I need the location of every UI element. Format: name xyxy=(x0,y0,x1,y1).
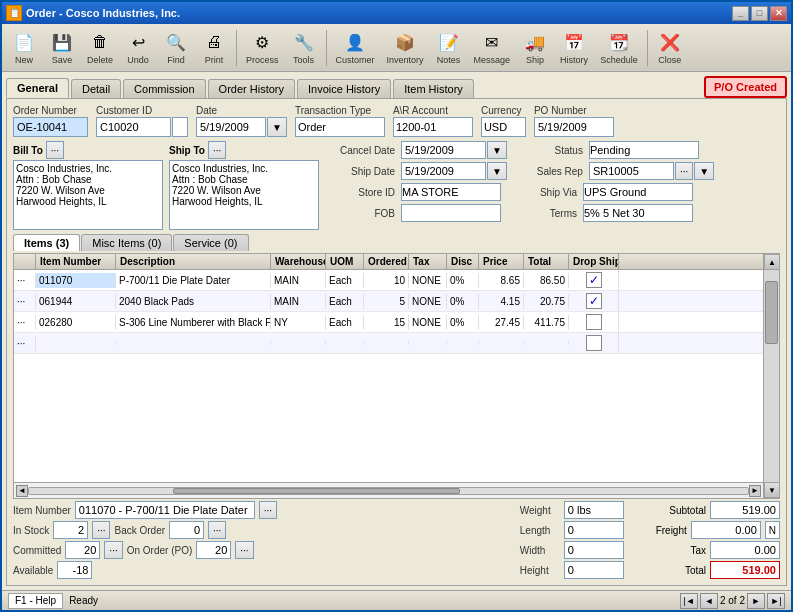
close-button[interactable]: ❌ Close xyxy=(652,27,688,68)
subtab-service[interactable]: Service (0) xyxy=(173,234,248,251)
hscroll-thumb[interactable] xyxy=(173,488,461,494)
subtotal-value[interactable] xyxy=(710,501,780,519)
on-order-btn[interactable]: ··· xyxy=(235,541,253,559)
hscroll-left[interactable]: ◄ xyxy=(16,485,28,497)
transaction-type-select[interactable]: Order xyxy=(295,117,385,137)
vscroll-up[interactable]: ▲ xyxy=(764,254,780,270)
on-order-input[interactable] xyxy=(196,541,231,559)
tax-value[interactable] xyxy=(710,541,780,559)
tab-item-history[interactable]: Item History xyxy=(393,79,474,98)
store-id-select[interactable]: MA STORE xyxy=(401,183,501,201)
nav-last-button[interactable]: ►| xyxy=(767,593,785,609)
ship-date-picker[interactable]: ▼ xyxy=(487,162,507,180)
bill-to-address[interactable]: Cosco Industries, Inc. Attn : Bob Chase … xyxy=(13,160,163,230)
nav-next-button[interactable]: ► xyxy=(747,593,765,609)
sales-rep-input[interactable] xyxy=(589,162,674,180)
save-label: Save xyxy=(52,55,73,65)
subtab-misc[interactable]: Misc Items (0) xyxy=(81,234,172,251)
history-button[interactable]: 📅 History xyxy=(555,27,593,68)
subtab-items[interactable]: Items (3) xyxy=(13,234,80,251)
process-button[interactable]: ⚙ Process xyxy=(241,27,284,68)
po-number-input[interactable] xyxy=(534,117,614,137)
order-number-input[interactable] xyxy=(13,117,88,137)
ar-account-select[interactable]: 1200-01 xyxy=(393,117,473,137)
date-input[interactable] xyxy=(196,117,266,137)
bill-to-button[interactable]: ··· xyxy=(46,141,64,159)
row1-btn[interactable]: ··· xyxy=(14,273,36,288)
tab-detail[interactable]: Detail xyxy=(71,79,121,98)
committed-input[interactable] xyxy=(65,541,100,559)
weight-input[interactable] xyxy=(564,501,624,519)
item-number-input[interactable] xyxy=(75,501,255,519)
row1-drop-check[interactable]: ✓ xyxy=(586,272,602,288)
vscroll-track[interactable] xyxy=(764,270,779,482)
row4-btn[interactable]: ··· xyxy=(14,336,36,351)
undo-button[interactable]: ↩ Undo xyxy=(120,27,156,68)
tab-commission[interactable]: Commission xyxy=(123,79,206,98)
save-button[interactable]: 💾 Save xyxy=(44,27,80,68)
new-button[interactable]: 📄 New xyxy=(6,27,42,68)
customer-id-select[interactable] xyxy=(172,117,188,137)
ship-button[interactable]: 🚚 Ship xyxy=(517,27,553,68)
total-value[interactable] xyxy=(710,561,780,579)
row3-drop-check[interactable] xyxy=(586,314,602,330)
terms-select[interactable]: 5% 5 Net 30 xyxy=(583,204,693,222)
sales-rep-picker[interactable]: ··· xyxy=(675,162,693,180)
vscroll-down[interactable]: ▼ xyxy=(764,482,780,498)
tab-general[interactable]: General xyxy=(6,78,69,98)
row2-drop-check[interactable]: ✓ xyxy=(586,293,602,309)
tab-invoice-history[interactable]: Invoice History xyxy=(297,79,391,98)
delete-button[interactable]: 🗑 Delete xyxy=(82,27,118,68)
ship-date-input[interactable] xyxy=(401,162,486,180)
vscroll-thumb[interactable] xyxy=(765,281,778,345)
width-input[interactable] xyxy=(564,541,624,559)
horizontal-scrollbar[interactable]: ◄ ► xyxy=(14,482,763,498)
length-input[interactable] xyxy=(564,521,624,539)
back-order-btn[interactable]: ··· xyxy=(208,521,226,539)
available-input[interactable] xyxy=(57,561,92,579)
date-picker-button[interactable]: ▼ xyxy=(267,117,287,137)
notes-button[interactable]: 📝 Notes xyxy=(431,27,467,68)
message-button[interactable]: ✉ Message xyxy=(469,27,516,68)
minimize-button[interactable]: _ xyxy=(732,6,749,21)
sales-rep-dropdown[interactable]: ▼ xyxy=(694,162,714,180)
row4-item[interactable] xyxy=(36,341,116,345)
currency-select[interactable]: USD xyxy=(481,117,526,137)
hscroll-right[interactable]: ► xyxy=(749,485,761,497)
schedule-button[interactable]: 📆 Schedule xyxy=(595,27,643,68)
ship-via-select[interactable]: UPS Ground xyxy=(583,183,693,201)
maximize-button[interactable]: □ xyxy=(751,6,768,21)
row2-btn[interactable]: ··· xyxy=(14,294,36,309)
customer-id-input[interactable] xyxy=(96,117,171,137)
inventory-button[interactable]: 📦 Inventory xyxy=(382,27,429,68)
close-window-button[interactable]: ✕ xyxy=(770,6,787,21)
tab-order-history[interactable]: Order History xyxy=(208,79,295,98)
nav-first-button[interactable]: |◄ xyxy=(680,593,698,609)
hscroll-track[interactable] xyxy=(28,487,749,495)
status-select[interactable]: Pending xyxy=(589,141,699,159)
find-button[interactable]: 🔍 Find xyxy=(158,27,194,68)
committed-btn[interactable]: ··· xyxy=(104,541,122,559)
height-input[interactable] xyxy=(564,561,624,579)
nav-prev-button[interactable]: ◄ xyxy=(700,593,718,609)
grid-row-3: ··· 026280 S-306 Line Numberer with Blac… xyxy=(14,312,763,333)
freight-value[interactable] xyxy=(691,521,761,539)
fob-input[interactable] xyxy=(401,204,501,222)
vertical-scrollbar[interactable]: ▲ ▼ xyxy=(763,254,779,498)
row2-item[interactable]: 061944 xyxy=(36,294,116,309)
row3-item[interactable]: 026280 xyxy=(36,315,116,330)
item-number-btn[interactable]: ··· xyxy=(259,501,277,519)
row3-btn[interactable]: ··· xyxy=(14,315,36,330)
ship-to-address[interactable]: Cosco Industries, Inc. Attn : Bob Chase … xyxy=(169,160,319,230)
back-order-input[interactable] xyxy=(169,521,204,539)
ship-to-button[interactable]: ··· xyxy=(208,141,226,159)
tools-button[interactable]: 🔧 Tools xyxy=(286,27,322,68)
in-stock-btn[interactable]: ··· xyxy=(92,521,110,539)
cancel-date-input[interactable] xyxy=(401,141,486,159)
customer-button[interactable]: 👤 Customer xyxy=(331,27,380,68)
in-stock-input[interactable] xyxy=(53,521,88,539)
print-button[interactable]: 🖨 Print xyxy=(196,27,232,68)
cancel-date-picker[interactable]: ▼ xyxy=(487,141,507,159)
row1-item[interactable]: 011070 xyxy=(36,273,116,288)
row4-drop-check[interactable] xyxy=(586,335,602,351)
